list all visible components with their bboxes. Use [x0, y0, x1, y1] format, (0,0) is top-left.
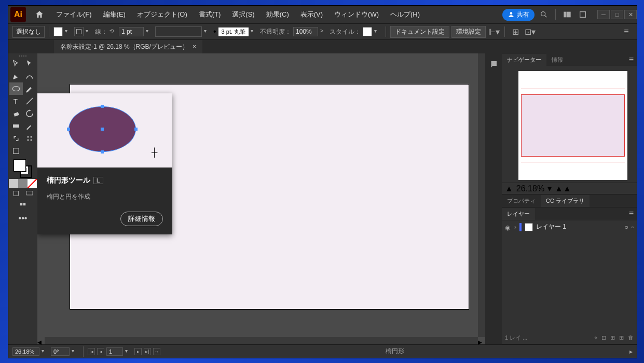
- target-icon[interactable]: ○: [624, 224, 628, 231]
- menu-icon[interactable]: ≡: [620, 25, 633, 38]
- tab-properties[interactable]: プロパティ: [502, 195, 541, 207]
- zoom-out-icon[interactable]: ▲: [505, 184, 513, 193]
- prev-artboard-icon[interactable]: ◂: [97, 348, 104, 355]
- menu-type[interactable]: 書式(T): [194, 8, 226, 21]
- stroke-weight-input[interactable]: [119, 27, 144, 36]
- chevron-down-icon[interactable]: ▾: [146, 28, 153, 35]
- chevron-down-icon[interactable]: ▾: [72, 348, 79, 355]
- transform-icon[interactable]: ⊞: [509, 25, 522, 38]
- frame-icon[interactable]: [577, 8, 589, 21]
- chevron-down-icon[interactable]: ▾: [125, 348, 132, 355]
- fill-swatch[interactable]: [53, 27, 63, 36]
- rotation-input[interactable]: [51, 347, 70, 356]
- vertical-scrollbar[interactable]: [478, 53, 485, 337]
- menu-help[interactable]: ヘルプ(H): [385, 8, 425, 21]
- tab-navigator[interactable]: ナビゲーター: [502, 54, 546, 66]
- align-icon[interactable]: ⊩▾: [488, 25, 500, 38]
- panel-menu-icon[interactable]: ≡: [626, 209, 637, 218]
- eyedropper-tool[interactable]: [23, 120, 36, 132]
- artboard-nav-icon[interactable]: ↔: [153, 348, 160, 355]
- chevron-down-icon[interactable]: ▾: [204, 28, 211, 35]
- direct-selection-tool[interactable]: [23, 58, 36, 70]
- brush-definition[interactable]: 3 pt. 丸筆: [218, 27, 249, 36]
- document-setup-button[interactable]: ドキュメント設定: [390, 26, 449, 38]
- isolate-icon[interactable]: ⊡▾: [524, 25, 536, 38]
- artboard-number[interactable]: [106, 347, 123, 356]
- comments-icon[interactable]: [489, 60, 498, 71]
- delete-icon[interactable]: 🗑: [628, 334, 634, 341]
- style-swatch[interactable]: [363, 27, 372, 36]
- document-tab[interactable]: 名称未設定-1 @ 26.18 %（RGB/プレビュー） ×: [54, 40, 202, 53]
- close-tab-icon[interactable]: ×: [193, 43, 196, 50]
- new-layer-icon[interactable]: ⊞: [619, 334, 624, 341]
- opacity-input[interactable]: [293, 27, 318, 36]
- artboard-tool[interactable]: [9, 145, 23, 157]
- curvature-tool[interactable]: [23, 70, 36, 82]
- zoom-in-icon[interactable]: ▲▲: [555, 184, 571, 193]
- menu-select[interactable]: 選択(S): [227, 8, 259, 21]
- selection-square[interactable]: ▫: [632, 224, 634, 231]
- search-icon[interactable]: [538, 8, 550, 21]
- chevron-down-icon[interactable]: ▾: [547, 184, 552, 193]
- selection-indicator[interactable]: 選択なし: [12, 26, 45, 38]
- zoom-value[interactable]: 26.18%: [516, 184, 544, 193]
- line-tool[interactable]: [23, 95, 36, 107]
- next-artboard-icon[interactable]: ▸: [134, 348, 142, 355]
- status-expand-icon[interactable]: ▸: [629, 348, 633, 355]
- menu-file[interactable]: ファイル(F): [51, 8, 97, 21]
- edit-toolbar[interactable]: [16, 200, 30, 212]
- pen-tool[interactable]: [9, 70, 23, 82]
- ellipse-tool[interactable]: [9, 82, 23, 95]
- none-mode[interactable]: [28, 180, 37, 187]
- home-icon[interactable]: [32, 7, 47, 22]
- tab-cc-libraries[interactable]: CC ライブラリ: [541, 195, 590, 207]
- paintbrush-tool[interactable]: [23, 82, 36, 95]
- color-mode[interactable]: [9, 180, 18, 187]
- workspace-switcher-icon[interactable]: [561, 8, 573, 21]
- screen-mode[interactable]: [23, 187, 36, 200]
- expand-icon[interactable]: ›: [514, 224, 516, 231]
- chevron-down-icon[interactable]: ▾: [86, 28, 93, 35]
- gradient-tool[interactable]: [9, 120, 23, 132]
- minimize-button[interactable]: ─: [597, 10, 610, 19]
- visibility-icon[interactable]: ◉: [505, 224, 511, 230]
- symbol-sprayer-tool[interactable]: [23, 132, 36, 145]
- layer-row[interactable]: ◉ › レイヤー 1 ○ ▫: [502, 220, 637, 233]
- horizontal-scrollbar[interactable]: ◂▸: [37, 337, 485, 344]
- chevron-down-icon[interactable]: ▾: [251, 28, 258, 35]
- layer-name[interactable]: レイヤー 1: [536, 222, 566, 231]
- selection-tool[interactable]: [9, 58, 23, 70]
- last-artboard-icon[interactable]: ▸|: [144, 348, 151, 355]
- tab-info[interactable]: 情報: [546, 54, 568, 66]
- zoom-input[interactable]: [12, 347, 39, 356]
- rotate-tool[interactable]: [23, 107, 36, 120]
- draw-mode[interactable]: [9, 187, 23, 200]
- stroke-swatch[interactable]: [74, 27, 84, 36]
- first-artboard-icon[interactable]: |◂: [88, 348, 95, 355]
- variable-width-profile[interactable]: [155, 26, 202, 37]
- eraser-tool[interactable]: [9, 107, 23, 120]
- canvas-viewport[interactable]: ┼ 楕円形ツール L 楕円と円を作成 詳細情報: [37, 53, 485, 337]
- tooltip-more-button[interactable]: 詳細情報: [120, 212, 163, 226]
- close-button[interactable]: ✕: [624, 10, 637, 19]
- share-button[interactable]: 共有: [502, 9, 535, 21]
- menu-edit[interactable]: 編集(E): [98, 8, 131, 21]
- linked-icon[interactable]: ⟲: [109, 28, 117, 35]
- locate-icon[interactable]: ⌖: [594, 334, 597, 341]
- chevron-down-icon[interactable]: ▾: [42, 348, 49, 355]
- panel-menu-icon[interactable]: ≡: [626, 55, 637, 64]
- navigator-preview[interactable]: [518, 71, 627, 180]
- menu-object[interactable]: オブジェクト(O): [132, 8, 193, 21]
- menu-view[interactable]: 表示(V): [295, 8, 328, 21]
- fill-stroke-indicator[interactable]: [13, 159, 32, 178]
- chevron-down-icon[interactable]: ▾: [374, 28, 381, 35]
- make-sublayer-icon[interactable]: ⊞: [610, 334, 615, 341]
- more-tools[interactable]: •••: [16, 212, 30, 225]
- gradient-mode[interactable]: [18, 180, 28, 187]
- menu-effect[interactable]: 効果(C): [261, 8, 294, 21]
- maximize-button[interactable]: □: [611, 10, 623, 19]
- chevron-down-icon[interactable]: ▾: [65, 28, 72, 35]
- menu-window[interactable]: ウィンドウ(W): [329, 8, 384, 21]
- preferences-button[interactable]: 環境設定: [451, 26, 486, 38]
- tab-layers[interactable]: レイヤー: [502, 208, 535, 220]
